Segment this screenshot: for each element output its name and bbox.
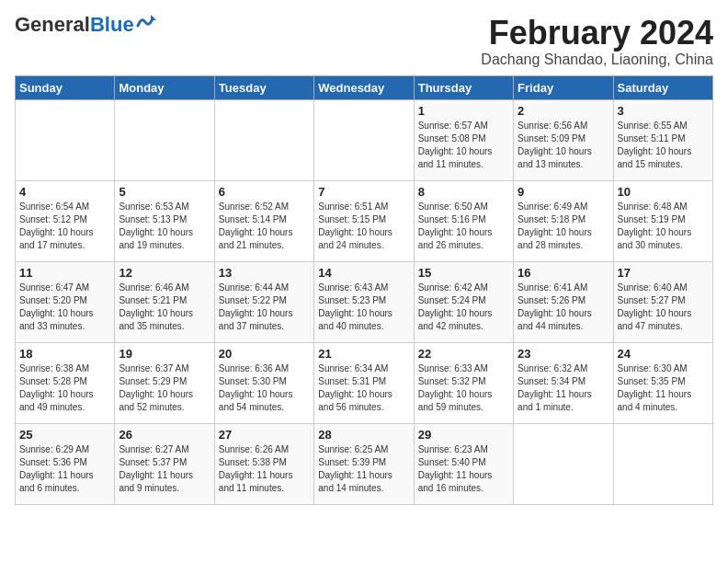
svg-marker-0 [151,15,156,20]
day-info: Sunrise: 6:33 AM Sunset: 5:32 PM Dayligh… [418,362,509,414]
day-info: Sunrise: 6:54 AM Sunset: 5:12 PM Dayligh… [19,201,110,252]
day-number: 14 [318,266,409,280]
calendar-cell: 19Sunrise: 6:37 AM Sunset: 5:29 PM Dayli… [115,342,214,423]
calendar-cell: 27Sunrise: 6:26 AM Sunset: 5:38 PM Dayli… [214,423,313,504]
calendar-cell: 22Sunrise: 6:33 AM Sunset: 5:32 PM Dayli… [414,342,513,423]
day-info: Sunrise: 6:36 AM Sunset: 5:30 PM Dayligh… [219,362,310,414]
calendar-cell [314,99,414,180]
day-info: Sunrise: 6:47 AM Sunset: 5:20 PM Dayligh… [19,282,110,333]
logo-wave-icon [136,13,156,29]
calendar-cell: 2Sunrise: 6:56 AM Sunset: 5:09 PM Daylig… [514,99,613,180]
day-number: 4 [19,185,110,199]
day-info: Sunrise: 6:34 AM Sunset: 5:31 PM Dayligh… [318,362,409,414]
day-info: Sunrise: 6:43 AM Sunset: 5:23 PM Dayligh… [318,282,409,333]
calendar-cell: 7Sunrise: 6:51 AM Sunset: 5:15 PM Daylig… [314,180,414,261]
calendar-cell: 1Sunrise: 6:57 AM Sunset: 5:08 PM Daylig… [414,99,513,180]
calendar-cell: 25Sunrise: 6:29 AM Sunset: 5:36 PM Dayli… [16,423,115,504]
day-info: Sunrise: 6:32 AM Sunset: 5:34 PM Dayligh… [518,362,609,414]
day-number: 11 [19,266,110,280]
weekday-header-sunday: Sunday [16,75,115,99]
day-number: 24 [618,347,709,361]
day-number: 18 [19,347,110,361]
calendar-cell: 10Sunrise: 6:48 AM Sunset: 5:19 PM Dayli… [613,180,712,261]
day-info: Sunrise: 6:51 AM Sunset: 5:15 PM Dayligh… [318,201,409,252]
day-number: 19 [119,347,210,361]
day-info: Sunrise: 6:56 AM Sunset: 5:09 PM Dayligh… [518,120,609,171]
day-number: 16 [518,266,609,280]
calendar-cell [214,99,313,180]
month-title: February 2024 [481,15,713,52]
day-number: 7 [318,185,409,199]
calendar-cell: 6Sunrise: 6:52 AM Sunset: 5:14 PM Daylig… [214,180,313,261]
day-info: Sunrise: 6:26 AM Sunset: 5:38 PM Dayligh… [219,443,310,495]
calendar-cell: 3Sunrise: 6:55 AM Sunset: 5:11 PM Daylig… [613,99,712,180]
day-info: Sunrise: 6:23 AM Sunset: 5:40 PM Dayligh… [418,443,509,495]
day-info: Sunrise: 6:38 AM Sunset: 5:28 PM Dayligh… [19,362,110,414]
day-info: Sunrise: 6:50 AM Sunset: 5:16 PM Dayligh… [418,201,509,252]
calendar-cell: 4Sunrise: 6:54 AM Sunset: 5:12 PM Daylig… [16,180,115,261]
calendar-table: SundayMondayTuesdayWednesdayThursdayFrid… [15,75,713,505]
calendar-cell: 11Sunrise: 6:47 AM Sunset: 5:20 PM Dayli… [16,261,115,342]
calendar-cell: 20Sunrise: 6:36 AM Sunset: 5:30 PM Dayli… [214,342,313,423]
day-info: Sunrise: 6:46 AM Sunset: 5:21 PM Dayligh… [119,282,210,333]
day-number: 1 [418,104,509,118]
logo: GeneralBlue [15,15,156,35]
day-number: 20 [219,347,310,361]
day-number: 2 [518,104,609,118]
day-info: Sunrise: 6:48 AM Sunset: 5:19 PM Dayligh… [618,201,709,252]
logo-blue: Blue [90,13,134,36]
day-info: Sunrise: 6:30 AM Sunset: 5:35 PM Dayligh… [618,362,709,414]
calendar-cell [16,99,115,180]
day-number: 23 [518,347,609,361]
weekday-header-saturday: Saturday [613,75,712,99]
day-number: 29 [418,428,509,442]
page-header: GeneralBlue February 2024 Dachang Shanda… [15,15,713,68]
calendar-cell [613,423,712,504]
calendar-cell [115,99,214,180]
day-number: 9 [518,185,609,199]
day-number: 3 [618,104,709,118]
calendar-cell: 21Sunrise: 6:34 AM Sunset: 5:31 PM Dayli… [314,342,414,423]
day-number: 26 [119,428,210,442]
calendar-cell: 17Sunrise: 6:40 AM Sunset: 5:27 PM Dayli… [613,261,712,342]
calendar-cell: 13Sunrise: 6:44 AM Sunset: 5:22 PM Dayli… [214,261,313,342]
day-number: 6 [219,185,310,199]
logo-general: General [15,13,90,36]
day-info: Sunrise: 6:41 AM Sunset: 5:26 PM Dayligh… [518,282,609,333]
calendar-cell: 24Sunrise: 6:30 AM Sunset: 5:35 PM Dayli… [613,342,712,423]
day-info: Sunrise: 6:25 AM Sunset: 5:39 PM Dayligh… [318,443,409,495]
day-info: Sunrise: 6:40 AM Sunset: 5:27 PM Dayligh… [618,282,709,333]
calendar-cell: 15Sunrise: 6:42 AM Sunset: 5:24 PM Dayli… [414,261,513,342]
calendar-cell: 26Sunrise: 6:27 AM Sunset: 5:37 PM Dayli… [115,423,214,504]
calendar-cell: 28Sunrise: 6:25 AM Sunset: 5:39 PM Dayli… [314,423,414,504]
location-subtitle: Dachang Shandao, Liaoning, China [481,52,713,68]
calendar-cell: 16Sunrise: 6:41 AM Sunset: 5:26 PM Dayli… [514,261,613,342]
calendar-cell: 12Sunrise: 6:46 AM Sunset: 5:21 PM Dayli… [115,261,214,342]
day-number: 28 [318,428,409,442]
calendar-cell: 14Sunrise: 6:43 AM Sunset: 5:23 PM Dayli… [314,261,414,342]
day-info: Sunrise: 6:55 AM Sunset: 5:11 PM Dayligh… [618,120,709,171]
day-number: 15 [418,266,509,280]
weekday-header-tuesday: Tuesday [214,75,313,99]
weekday-header-thursday: Thursday [414,75,513,99]
logo-text: GeneralBlue [15,15,134,35]
day-info: Sunrise: 6:29 AM Sunset: 5:36 PM Dayligh… [19,443,110,495]
calendar-cell [514,423,613,504]
calendar-cell: 5Sunrise: 6:53 AM Sunset: 5:13 PM Daylig… [115,180,214,261]
day-number: 5 [119,185,210,199]
day-number: 22 [418,347,509,361]
weekday-header-monday: Monday [115,75,214,99]
title-block: February 2024 Dachang Shandao, Liaoning,… [481,15,713,68]
calendar-cell: 29Sunrise: 6:23 AM Sunset: 5:40 PM Dayli… [414,423,513,504]
day-info: Sunrise: 6:49 AM Sunset: 5:18 PM Dayligh… [518,201,609,252]
day-info: Sunrise: 6:57 AM Sunset: 5:08 PM Dayligh… [418,120,509,171]
day-info: Sunrise: 6:44 AM Sunset: 5:22 PM Dayligh… [219,282,310,333]
day-number: 10 [618,185,709,199]
weekday-header-wednesday: Wednesday [314,75,414,99]
calendar-cell: 23Sunrise: 6:32 AM Sunset: 5:34 PM Dayli… [514,342,613,423]
day-number: 13 [219,266,310,280]
day-number: 17 [618,266,709,280]
day-number: 27 [219,428,310,442]
day-number: 25 [19,428,110,442]
calendar-cell: 9Sunrise: 6:49 AM Sunset: 5:18 PM Daylig… [514,180,613,261]
